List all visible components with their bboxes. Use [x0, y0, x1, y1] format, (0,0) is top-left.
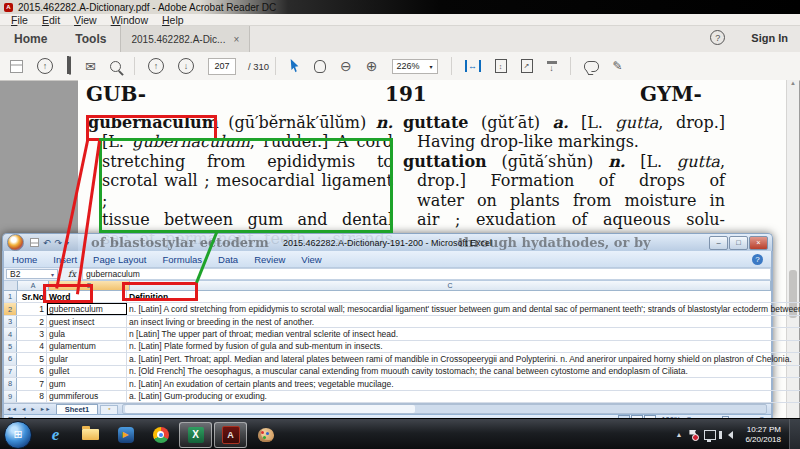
name-box[interactable]: B2▾ — [6, 269, 58, 279]
cell-a6[interactable]: 5 — [17, 353, 47, 364]
cell-b2[interactable]: gubernaculum — [47, 303, 127, 314]
cell-b1[interactable]: Word — [47, 291, 127, 302]
tray-expand-icon[interactable]: ▲ — [675, 431, 682, 438]
taskbar-excel-icon[interactable]: X — [179, 422, 212, 448]
email-icon[interactable]: ✉ — [85, 59, 96, 74]
cell-c8[interactable]: n. [Latin] An exudation of certain plant… — [127, 378, 800, 389]
taskbar-clock[interactable]: 10:27 PM 6/20/2018 — [745, 425, 781, 445]
cell-c1[interactable]: Definition — [127, 291, 800, 302]
ribbon-tab-view[interactable]: View — [301, 254, 321, 265]
sheet-tab-sheet1[interactable]: Sheet1 — [56, 404, 99, 414]
cell-a1[interactable]: Sr.No — [17, 291, 47, 302]
fx-icon[interactable]: fx — [68, 269, 76, 279]
next-page-icon[interactable]: ↓ — [178, 58, 194, 74]
zoom-level-select[interactable]: 226%▾ — [392, 59, 438, 74]
tab-home[interactable]: Home — [14, 32, 47, 46]
sign-in-button[interactable]: Sign In — [751, 32, 788, 44]
ribbon-tab-formulas[interactable]: Formulas — [162, 254, 202, 265]
column-header-b[interactable]: B — [49, 281, 130, 290]
row-header-4[interactable]: 4 — [4, 328, 17, 339]
minimize-button[interactable]: – — [709, 236, 728, 250]
row-header-1[interactable]: 1 — [4, 291, 17, 302]
menu-item-edit[interactable]: Edit — [42, 14, 60, 26]
next-sheet-icon[interactable]: ► — [30, 406, 35, 412]
cell-c5[interactable]: n. [Latin] Plate formed by fusion of gul… — [127, 341, 800, 352]
close-button[interactable]: × — [749, 236, 768, 250]
tab-document[interactable]: 2015.462282.A-Dic... × — [120, 26, 250, 52]
row-header-9[interactable]: 9 — [4, 391, 17, 402]
taskbar-chrome-icon[interactable] — [144, 422, 177, 448]
row-header-2[interactable]: 2 — [4, 303, 17, 314]
cell-a5[interactable]: 4 — [17, 341, 47, 352]
zoom-out-icon[interactable]: ⊖ — [340, 58, 352, 74]
formula-input[interactable]: gubernaculum — [82, 268, 771, 280]
download-view-icon[interactable]: ↓ — [547, 61, 557, 72]
volume-icon[interactable] — [724, 431, 733, 439]
menu-item-help[interactable]: Help — [162, 14, 184, 26]
undo-icon[interactable]: ↶ — [43, 238, 51, 248]
comment-icon[interactable] — [584, 61, 599, 72]
select-tool-icon[interactable] — [289, 59, 300, 73]
fit-width-icon[interactable]: ↔ — [465, 60, 481, 72]
cell-b3[interactable]: guest insect — [47, 316, 127, 327]
cell-b9[interactable]: gummiferous — [47, 391, 127, 402]
cell-b8[interactable]: gum — [47, 378, 127, 389]
start-button[interactable]: ⊞ — [4, 421, 32, 449]
insert-sheet-icon[interactable]: * — [100, 405, 118, 414]
row-header-8[interactable]: 8 — [4, 378, 17, 389]
taskbar-media-player-icon[interactable]: ▶ — [109, 422, 142, 448]
prev-sheet-icon[interactable]: ◄ — [21, 406, 26, 412]
cell-a3[interactable]: 2 — [17, 316, 47, 327]
zoom-in-icon[interactable]: ⊕ — [366, 58, 378, 74]
first-sheet-icon[interactable]: ◄◄ — [6, 406, 17, 412]
maximize-button[interactable]: □ — [729, 236, 748, 250]
cell-a7[interactable]: 6 — [17, 366, 47, 377]
highlight-pen-icon[interactable]: ✎ — [613, 59, 623, 73]
excel-horizontal-scrollbar[interactable] — [122, 404, 767, 414]
taskbar-paint-icon[interactable] — [249, 422, 282, 448]
hand-tool-icon[interactable] — [314, 60, 326, 73]
cell-c7[interactable]: n. [Old French] The oesophagus, a muscul… — [127, 366, 800, 377]
cell-b6[interactable]: gular — [47, 353, 127, 364]
excel-help-icon[interactable]: ? — [752, 254, 763, 265]
network-icon[interactable] — [704, 430, 716, 440]
search-icon[interactable] — [110, 61, 121, 72]
excel-title-bar[interactable]: of blastostylar ectoderm through hydatho… — [2, 233, 773, 251]
save-icon[interactable] — [30, 238, 39, 247]
qat-dropdown-icon[interactable]: ▾ — [66, 239, 69, 246]
cell-a8[interactable]: 7 — [17, 378, 47, 389]
last-sheet-icon[interactable]: ►► — [40, 406, 51, 412]
cell-a9[interactable]: 8 — [17, 391, 47, 402]
select-all-corner[interactable] — [4, 281, 18, 290]
cell-c3[interactable]: an insect living or breeding in the nest… — [127, 316, 800, 327]
page-number-input[interactable]: 207 — [208, 58, 236, 75]
previous-page-icon[interactable]: ↑ — [148, 58, 164, 74]
row-header-3[interactable]: 3 — [4, 316, 17, 327]
tab-tools[interactable]: Tools — [75, 32, 106, 46]
share-upload-icon[interactable]: ↑ — [37, 58, 53, 74]
cell-c4[interactable]: n [Latin] The upper part of throat; medi… — [127, 328, 800, 339]
column-header-c[interactable]: C — [130, 281, 771, 290]
ribbon-tab-data[interactable]: Data — [218, 254, 238, 265]
action-center-icon[interactable] — [689, 430, 697, 440]
cell-b5[interactable]: gulamentum — [47, 341, 127, 352]
cell-b4[interactable]: gula — [47, 328, 127, 339]
ribbon-tab-page-layout[interactable]: Page Layout — [93, 254, 146, 265]
taskbar-internet-explorer-icon[interactable]: e — [39, 422, 72, 448]
cell-c9[interactable]: a. [Latin] Gum-producing or exuding. — [127, 391, 800, 402]
cell-a2[interactable]: 1 — [17, 303, 47, 314]
row-header-7[interactable]: 7 — [4, 366, 17, 377]
menu-item-window[interactable]: Window — [111, 14, 148, 26]
close-icon[interactable]: × — [233, 34, 239, 45]
row-header-5[interactable]: 5 — [4, 341, 17, 352]
cell-b7[interactable]: gullet — [47, 366, 127, 377]
column-header-a[interactable]: A — [18, 281, 49, 290]
menu-item-file[interactable]: File — [11, 14, 28, 26]
ribbon-tab-review[interactable]: Review — [254, 254, 285, 265]
fit-page-icon[interactable]: ↕ — [495, 59, 507, 73]
help-icon[interactable]: ? — [710, 30, 725, 45]
taskbar-adobe-reader-icon[interactable]: A — [214, 422, 247, 448]
office-button[interactable] — [7, 234, 24, 251]
menu-item-view[interactable]: View — [74, 14, 97, 26]
ribbon-tab-insert[interactable]: Insert — [53, 254, 77, 265]
